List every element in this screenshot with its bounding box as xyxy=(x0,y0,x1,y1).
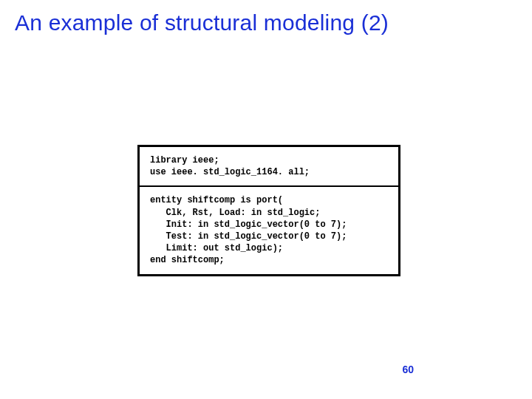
code-header: library ieee; use ieee. std_logic_1164. … xyxy=(150,154,388,178)
code-body: entity shiftcomp is port( Clk, Rst, Load… xyxy=(150,194,388,266)
code-box: library ieee; use ieee. std_logic_1164. … xyxy=(137,145,400,276)
code-body-section: entity shiftcomp is port( Clk, Rst, Load… xyxy=(140,187,398,273)
slide-title: An example of structural modeling (2) xyxy=(15,10,389,35)
code-header-section: library ieee; use ieee. std_logic_1164. … xyxy=(140,147,398,185)
page-number: 60 xyxy=(402,364,414,375)
slide: An example of structural modeling (2) li… xyxy=(0,0,532,399)
